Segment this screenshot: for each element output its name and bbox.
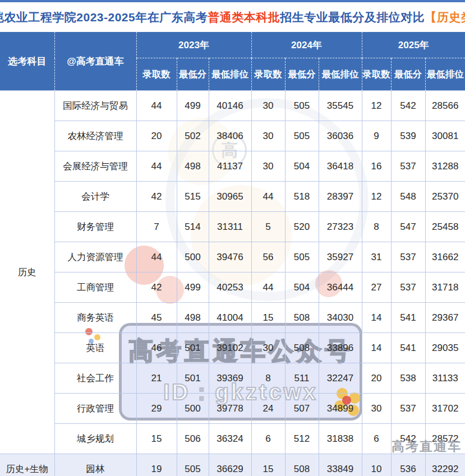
value-cell: 14: [362, 303, 391, 333]
value-cell: 537: [391, 272, 425, 303]
value-cell: 27323: [319, 212, 362, 242]
table-row: 人力资源管理445003947656505359273153731662: [0, 242, 465, 272]
major-name-cell: 园林: [54, 454, 136, 476]
subject-cell-history: 历史: [0, 91, 54, 454]
table-row: 农林经济管理20502384063050536036953930081: [0, 121, 465, 151]
value-cell: 539: [391, 121, 425, 151]
table-body: 历史国际经济与贸易444994014630505355451254228566农…: [0, 91, 465, 476]
col-header-min-rank: 最低排位: [319, 58, 362, 91]
value-cell: 44: [136, 242, 177, 272]
col-header-min-rank: 最低排位: [425, 58, 465, 91]
col-header-min-score: 最低分: [177, 58, 209, 91]
value-cell: 56: [251, 242, 285, 272]
major-name-cell: 人力资源管理: [54, 242, 136, 272]
value-cell: 501: [177, 363, 209, 394]
value-cell: 44: [251, 182, 285, 212]
value-cell: 21: [136, 363, 177, 394]
value-cell: 30: [362, 394, 391, 424]
major-name-cell: 国际经济与贸易: [54, 91, 136, 121]
value-cell: 15: [251, 303, 285, 333]
value-cell: 46: [136, 333, 177, 363]
value-cell: 504: [285, 151, 319, 182]
infographic: 高 高考直通车公众号 ID：gkztcwx 仲恺农业工程学院2023-2025年…: [0, 0, 465, 476]
value-cell: 7: [136, 212, 177, 242]
value-cell: 24: [251, 394, 285, 424]
value-cell: 15: [251, 454, 285, 476]
value-cell: 10: [362, 454, 391, 476]
table-row: 行政管理295003977824507348993053731702: [0, 394, 465, 424]
admissions-table: 选考科目 @高考直通车 2023年 2024年 2025年 录取数 最低分 最低…: [0, 32, 465, 476]
value-cell: 36036: [319, 121, 362, 151]
value-cell: 39102: [209, 333, 251, 363]
value-cell: 542: [391, 91, 425, 121]
title-segment-highlight: 普通类本科批: [208, 10, 280, 25]
value-cell: 27: [362, 272, 391, 303]
value-cell: 520: [285, 212, 319, 242]
header-row-years: 选考科目 @高考直通车 2023年 2024年 2025年: [0, 32, 465, 58]
value-cell: 541: [391, 303, 425, 333]
col-header-year-2024: 2024年: [251, 32, 362, 58]
value-cell: 502: [177, 121, 209, 151]
value-cell: 33896: [319, 333, 362, 363]
subject-cell-history-biology: 历史+生物: [0, 454, 54, 476]
value-cell: 518: [285, 182, 319, 212]
value-cell: 506: [177, 424, 209, 454]
value-cell: 30: [251, 121, 285, 151]
value-cell: 41137: [209, 151, 251, 182]
table-row: 历史国际经济与贸易444994014630505355451254228566: [0, 91, 465, 121]
value-cell: 536: [391, 454, 425, 476]
value-cell: 537: [391, 242, 425, 272]
value-cell: 44: [136, 151, 177, 182]
value-cell: 31311: [209, 212, 251, 242]
value-cell: 28397: [319, 182, 362, 212]
value-cell: 44: [251, 272, 285, 303]
col-header-subject: 选考科目: [0, 32, 54, 91]
value-cell: 511: [285, 363, 319, 394]
value-cell: 44: [136, 91, 177, 121]
value-cell: 14: [362, 333, 391, 363]
major-name-cell: 商务英语: [54, 303, 136, 333]
value-cell: 31838: [319, 424, 362, 454]
value-cell: 19: [136, 454, 177, 476]
value-cell: 28566: [425, 91, 465, 121]
value-cell: 28572: [425, 424, 465, 454]
value-cell: 12: [362, 182, 391, 212]
value-cell: 508: [285, 454, 319, 476]
table-row: 英语465013910230508338961454129035: [0, 333, 465, 363]
value-cell: 32247: [319, 363, 362, 394]
value-cell: 36324: [209, 424, 251, 454]
value-cell: 36629: [209, 454, 251, 476]
value-cell: 31662: [425, 242, 465, 272]
value-cell: 501: [177, 333, 209, 363]
value-cell: 42: [136, 182, 177, 212]
value-cell: 505: [285, 91, 319, 121]
value-cell: 45: [136, 303, 177, 333]
value-cell: 16: [362, 151, 391, 182]
value-cell: 499: [177, 272, 209, 303]
value-cell: 42: [136, 272, 177, 303]
value-cell: 38406: [209, 121, 251, 151]
col-header-admit-count: 录取数: [136, 58, 177, 91]
major-name-cell: 会展经济与管理: [54, 151, 136, 182]
value-cell: 538: [391, 363, 425, 394]
table-row: 历史+生物园林195053662915508338491053632292: [0, 454, 465, 476]
value-cell: 33849: [319, 454, 362, 476]
value-cell: 20: [136, 121, 177, 151]
title-segment: 仲恺农业工程学院2023-2025年在广东高考: [0, 10, 208, 25]
title-segment: 招生专业最低分及排位对比: [280, 10, 425, 25]
col-header-admit-count: 录取数: [251, 58, 285, 91]
value-cell: 31718: [425, 272, 465, 303]
value-cell: 6: [362, 424, 391, 454]
value-cell: 541: [391, 333, 425, 363]
col-header-min-score: 最低分: [285, 58, 319, 91]
major-name-cell: 会计学: [54, 182, 136, 212]
value-cell: 25458: [425, 212, 465, 242]
table-row: 财务管理751431311552027323854725458: [0, 212, 465, 242]
value-cell: 8: [362, 212, 391, 242]
value-cell: 498: [177, 151, 209, 182]
value-cell: 512: [285, 424, 319, 454]
value-cell: 35545: [319, 91, 362, 121]
title-segment-category: 【历史类】: [425, 10, 465, 25]
value-cell: 514: [177, 212, 209, 242]
value-cell: 505: [285, 121, 319, 151]
